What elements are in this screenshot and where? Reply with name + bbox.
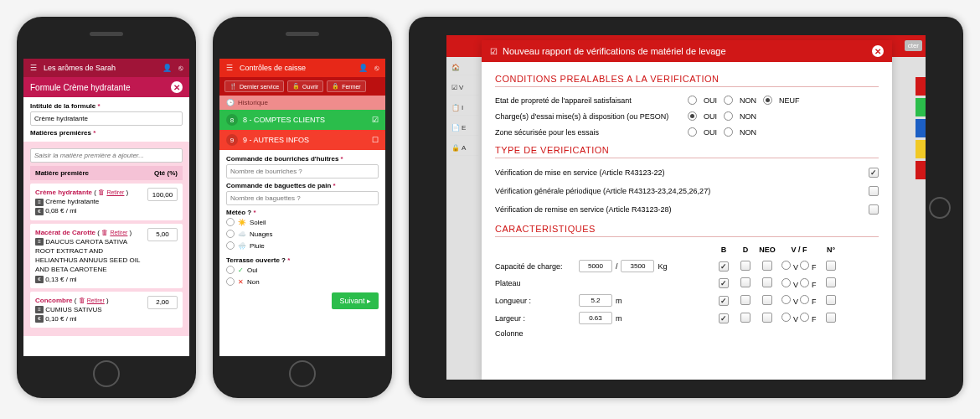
- section-conditions-title: CONDITIONS PREALABLES A LA VERIFICATION: [495, 69, 879, 87]
- fermer-button[interactable]: 🔒Fermer: [327, 80, 366, 92]
- acc-number-icon: 8: [226, 114, 238, 126]
- color-tab-red[interactable]: [916, 77, 926, 96]
- checkbox-d[interactable]: [740, 277, 750, 287]
- menu-icon[interactable]: ☰: [30, 64, 37, 72]
- radio-f[interactable]: [800, 295, 809, 304]
- phone-device-2: ☰ Contrôles de caisse 👤 ⎋ 🍴Dernier servi…: [213, 17, 392, 398]
- retire-link[interactable]: Retirer: [110, 230, 127, 235]
- color-tab-blue[interactable]: [916, 119, 926, 137]
- qty-input[interactable]: [147, 228, 178, 241]
- checkbox-b[interactable]: [719, 261, 729, 272]
- checkbox[interactable]: [869, 186, 879, 196]
- modal-close-button[interactable]: ✕: [872, 45, 884, 57]
- radio-v[interactable]: [781, 261, 791, 270]
- radio-neuf[interactable]: [763, 96, 772, 105]
- checkbox-n[interactable]: [826, 295, 836, 305]
- checkbox-n[interactable]: [826, 277, 836, 287]
- largeur-input[interactable]: [579, 312, 612, 324]
- baguettes-input[interactable]: [226, 191, 379, 205]
- checkbox-d[interactable]: [740, 313, 750, 323]
- bourriches-input[interactable]: [226, 164, 379, 178]
- qty-input[interactable]: [147, 296, 178, 309]
- longueur-input[interactable]: [579, 294, 612, 307]
- checkbox-b[interactable]: [719, 278, 729, 288]
- checkbox-n[interactable]: [826, 313, 836, 323]
- color-tab-green[interactable]: [916, 98, 926, 116]
- checkbox-b[interactable]: [719, 313, 729, 323]
- logout-icon[interactable]: ⎋: [178, 64, 183, 72]
- cap1-input[interactable]: [579, 260, 612, 272]
- checkbox-neo[interactable]: [762, 313, 772, 323]
- tablet-device: cter 🏠 ☑ V 📋 I 📄 E 🔒 A ☑ Nouveau rapport…: [409, 17, 963, 398]
- cond-proprete: Etat de propreté de l'appareil satisfais…: [495, 96, 688, 105]
- suivant-button[interactable]: Suivant ▸: [332, 292, 379, 309]
- radio-oui[interactable]: [688, 127, 697, 137]
- radio-oui[interactable]: [688, 111, 697, 121]
- checkbox-n[interactable]: [826, 261, 836, 271]
- qty-input[interactable]: [147, 188, 178, 201]
- menu-icon[interactable]: ☰: [226, 64, 233, 72]
- sidenav-e[interactable]: 📄 E: [450, 121, 478, 136]
- terrasse-non[interactable]: ✕Non: [226, 276, 379, 287]
- checkbox[interactable]: [869, 168, 879, 178]
- color-tab-yellow[interactable]: [916, 140, 926, 158]
- matiere-search-input[interactable]: [30, 148, 183, 163]
- terrasse-oui[interactable]: ✓Oui: [226, 264, 379, 276]
- color-tab-red2[interactable]: [916, 161, 926, 179]
- radio-oui[interactable]: [688, 96, 697, 105]
- accordion-comptes-clients[interactable]: 8 8 - COMPTES CLIENTS ☑: [219, 110, 385, 130]
- trash-icon[interactable]: 🗑: [101, 229, 108, 236]
- trash-icon[interactable]: 🗑: [98, 189, 105, 196]
- panel-close-button[interactable]: ✕: [171, 81, 183, 93]
- radio-f[interactable]: [800, 313, 809, 322]
- intitule-input[interactable]: [30, 111, 183, 126]
- radio-v[interactable]: [781, 295, 791, 304]
- user-icon[interactable]: 👤: [358, 64, 368, 72]
- logout-icon[interactable]: ⎋: [374, 64, 379, 72]
- checkbox-neo[interactable]: [762, 261, 772, 271]
- ingredient-sub: Crème hydratante: [45, 198, 99, 205]
- modal-header: ☑ Nouveau rapport de vérifications de ma…: [482, 40, 892, 62]
- radio-v[interactable]: [781, 313, 791, 322]
- sidenav-v[interactable]: ☑ V: [450, 80, 478, 96]
- checkbox-d[interactable]: [740, 261, 750, 271]
- ouvrir-button[interactable]: 🔓Ouvrir: [287, 80, 323, 92]
- retire-link[interactable]: Retirer: [106, 189, 124, 195]
- label-meteo: Météo ? *: [226, 209, 379, 216]
- radio-f[interactable]: [800, 278, 809, 287]
- radio-non[interactable]: [724, 127, 733, 137]
- meteo-nuages[interactable]: ☁️Nuages: [226, 228, 379, 240]
- meteo-pluie[interactable]: 🌧️Pluie: [226, 240, 379, 251]
- checkbox-d[interactable]: [740, 295, 750, 305]
- sidenav-a[interactable]: 🔒 A: [450, 141, 478, 156]
- checkbox-b[interactable]: [719, 296, 729, 306]
- checkbox-neo[interactable]: [762, 295, 772, 305]
- row-plateau: Plateau V F: [495, 275, 879, 292]
- panel-header: Formule Crème hydratante ✕: [23, 77, 189, 97]
- label-matieres: Matières premières *: [30, 129, 183, 137]
- label-intitule: Intitulé de la formule *: [30, 102, 183, 110]
- checkbox[interactable]: [869, 204, 879, 215]
- radio-f[interactable]: [800, 261, 809, 270]
- checkbox-neo[interactable]: [762, 277, 772, 287]
- modal-title: Nouveau rapport de vérifications de maté…: [503, 46, 867, 56]
- trash-icon[interactable]: 🗑: [79, 297, 85, 304]
- radio-non[interactable]: [724, 96, 733, 105]
- cap2-input[interactable]: [621, 260, 654, 272]
- radio-non[interactable]: [724, 111, 733, 121]
- row-largeur: Largeur : m V F: [495, 309, 879, 327]
- subnav-historique[interactable]: 🕒 Historique: [219, 96, 385, 110]
- cter-button[interactable]: cter: [905, 40, 922, 51]
- accordion-autres-infos[interactable]: 9 9 - AUTRES INFOS ☐: [219, 130, 385, 150]
- sidenav-home[interactable]: 🏠: [450, 60, 478, 75]
- unlock-icon: 🔓: [292, 83, 300, 90]
- price-icon: €: [35, 276, 44, 283]
- meteo-soleil[interactable]: ☀️Soleil: [226, 216, 379, 228]
- user-icon[interactable]: 👤: [162, 64, 172, 72]
- retire-link[interactable]: Retirer: [87, 297, 105, 303]
- sidenav-i[interactable]: 📋 I: [450, 101, 478, 116]
- ingredient-title: Concombre: [35, 297, 72, 304]
- app-header: ☰ Contrôles de caisse 👤 ⎋: [219, 59, 385, 77]
- dernier-service-button[interactable]: 🍴Dernier service: [224, 80, 284, 92]
- radio-v[interactable]: [781, 278, 791, 287]
